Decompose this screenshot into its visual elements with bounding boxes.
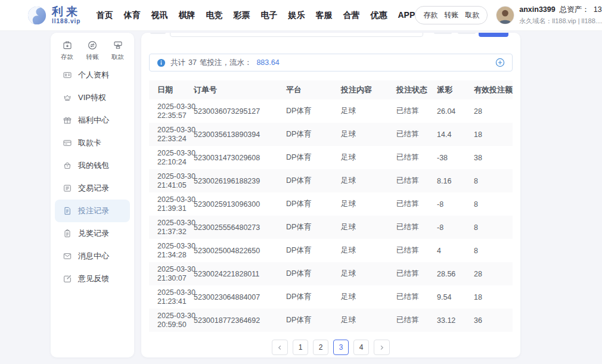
username[interactable]: anxin3399	[519, 5, 555, 14]
nav-item-5[interactable]: 彩票	[233, 10, 250, 21]
sidebar-item-label: 我的钱包	[78, 160, 109, 171]
cell-payout: -8	[437, 192, 474, 216]
bet-time: 21:41:05	[157, 181, 194, 190]
nav-item-11[interactable]: APP	[398, 10, 415, 21]
date-range-input[interactable]	[170, 33, 423, 37]
user-avatar[interactable]	[496, 6, 514, 24]
bet-date: 2025-03-30	[157, 288, 194, 297]
cell-bet-status: 已结算	[396, 309, 437, 332]
quick-action-0[interactable]: 存款	[61, 40, 73, 59]
cell-date: 2025-03-3022:33:24	[149, 123, 194, 146]
nav-item-8[interactable]: 客服	[315, 10, 332, 21]
cell-platform: DP体育	[286, 239, 341, 262]
cell-date: 2025-03-3021:23:41	[149, 285, 194, 309]
pill-withdraw-button[interactable]: 取款	[465, 10, 479, 20]
sidebar-item-4[interactable]: 我的钱包	[55, 154, 130, 177]
quick-action-1[interactable]: 转账	[86, 40, 99, 59]
cell-order-number: 5230018772364692	[194, 309, 286, 332]
table-row[interactable]: 2025-03-3020:59:505230018772364692DP体育足球…	[149, 309, 513, 332]
chevron-right-icon	[378, 344, 385, 351]
nav-item-9[interactable]: 合营	[343, 10, 359, 21]
cell-order-number: 5230025913096300	[194, 192, 286, 216]
sidebar-item-8[interactable]: 消息中心	[55, 245, 130, 267]
sidebar-item-label: 交易记录	[78, 183, 109, 194]
cell-order-number: 5230035613890394	[194, 123, 286, 146]
cell-payout: 9.54	[437, 285, 474, 309]
pill-transfer-button[interactable]: 转账	[444, 10, 458, 20]
cell-order-number: 5230026196188239	[194, 169, 286, 192]
cell-payout: 14.4	[437, 123, 474, 146]
pagination-page-4[interactable]: 4	[353, 340, 369, 355]
cell-date: 2025-03-3021:39:31	[149, 192, 194, 216]
nav-item-0[interactable]: 首页	[96, 10, 113, 21]
pagination-page-1[interactable]: 1	[293, 340, 308, 355]
cell-bet-status: 已结算	[396, 285, 437, 309]
cell-valid-amount: 18	[474, 285, 513, 309]
sidebar-item-7[interactable]: 兑奖记录	[55, 222, 130, 245]
pill-deposit-button[interactable]: 存款	[423, 10, 437, 20]
table-row[interactable]: 2025-03-3021:39:315230025913096300DP体育足球…	[149, 192, 513, 216]
nav-item-2[interactable]: 视讯	[151, 10, 167, 21]
sidebar-item-label: 兑奖记录	[78, 228, 109, 239]
table-row[interactable]: 2025-03-3021:41:055230026196188239DP体育足球…	[149, 169, 513, 192]
sidebar-item-5[interactable]: 交易记录	[55, 177, 130, 200]
table-row[interactable]: 2025-03-3021:23:415230023064884007DP体育足球…	[149, 285, 513, 309]
sidebar-item-0[interactable]: 个人资料	[55, 64, 130, 86]
cell-payout: 8.16	[437, 169, 474, 192]
bet-time: 21:34:28	[157, 251, 194, 260]
filter-tab-stub[interactable]	[458, 33, 476, 34]
col-header-0: 日期	[149, 80, 194, 99]
pagination-page-2[interactable]: 2	[313, 340, 328, 355]
cell-order-number: 5230036073295127	[194, 99, 286, 123]
wallet-quick-pill: 存款转账取款	[415, 6, 488, 24]
summary-prefix: 共计	[170, 58, 185, 68]
profile-icon	[63, 70, 72, 80]
pagination-prev-button[interactable]	[272, 340, 288, 355]
cell-platform: DP体育	[286, 192, 341, 216]
chevron-left-icon	[277, 344, 283, 351]
prize-record-icon	[63, 229, 72, 238]
nav-item-3[interactable]: 棋牌	[178, 10, 195, 21]
pagination-page-3[interactable]: 3	[333, 340, 349, 355]
table-row[interactable]: 2025-03-3022:33:245230035613890394DP体育足球…	[149, 123, 513, 146]
sidebar-item-1[interactable]: VIP特权	[55, 86, 130, 109]
cell-platform: DP体育	[286, 99, 341, 123]
filter-label-stub	[150, 33, 166, 34]
table-row[interactable]: 2025-03-3021:37:325230025556480273DP体育足球…	[149, 216, 513, 239]
col-header-2: 平台	[286, 80, 341, 99]
cell-platform: DP体育	[286, 262, 341, 285]
nav-item-7[interactable]: 娱乐	[288, 10, 305, 21]
table-row[interactable]: 2025-03-3021:34:285230025004822650DP体育足球…	[149, 239, 513, 262]
sidebar-item-6[interactable]: 投注记录	[55, 200, 130, 222]
nav-item-10[interactable]: 优惠	[370, 10, 387, 21]
cell-bet-status: 已结算	[396, 146, 437, 169]
nav-item-6[interactable]: 电子	[260, 10, 277, 21]
brand-logo[interactable]: 利来 ll188.vip	[27, 5, 80, 26]
quick-action-2[interactable]: 取款	[111, 40, 124, 59]
cell-valid-amount: 8	[474, 239, 513, 262]
nav-item-1[interactable]: 体育	[123, 10, 140, 21]
sidebar-item-3[interactable]: 取款卡	[55, 132, 130, 154]
quick-action-label: 取款	[111, 53, 124, 61]
cell-platform: DP体育	[286, 285, 341, 309]
pagination-next-button[interactable]	[374, 340, 390, 355]
filter-tab-stub[interactable]	[434, 33, 452, 34]
table-row[interactable]: 2025-03-3022:10:245230031473029608DP体育足球…	[149, 146, 513, 169]
sidebar-item-2[interactable]: 福利中心	[55, 109, 130, 132]
bet-date: 2025-03-30	[157, 219, 194, 228]
bet-time: 21:30:07	[157, 274, 194, 283]
table-row[interactable]: 2025-03-3021:30:075230024221828011DP体育足球…	[149, 262, 513, 285]
table-header-row: 日期订单号平台投注内容投注状态派彩有效投注额	[149, 80, 513, 99]
cell-valid-amount: 28	[474, 262, 513, 285]
sidebar-item-9[interactable]: 意见反馈	[55, 267, 130, 290]
table-row[interactable]: 2025-03-3022:35:575230036073295127DP体育足球…	[149, 99, 513, 123]
search-submit-button[interactable]	[479, 33, 508, 37]
vip-crown-icon	[63, 93, 72, 102]
col-header-1: 订单号	[194, 80, 286, 99]
nav-item-4[interactable]: 电竞	[206, 10, 222, 21]
user-line-1: anxin3399 总资产： 1363.49元	[519, 5, 602, 15]
brand-logo-icon	[27, 5, 47, 26]
brand-text: 利来 ll188.vip	[52, 6, 80, 24]
cell-date: 2025-03-3021:30:07	[149, 262, 194, 285]
plus-circle-icon[interactable]	[495, 58, 505, 67]
